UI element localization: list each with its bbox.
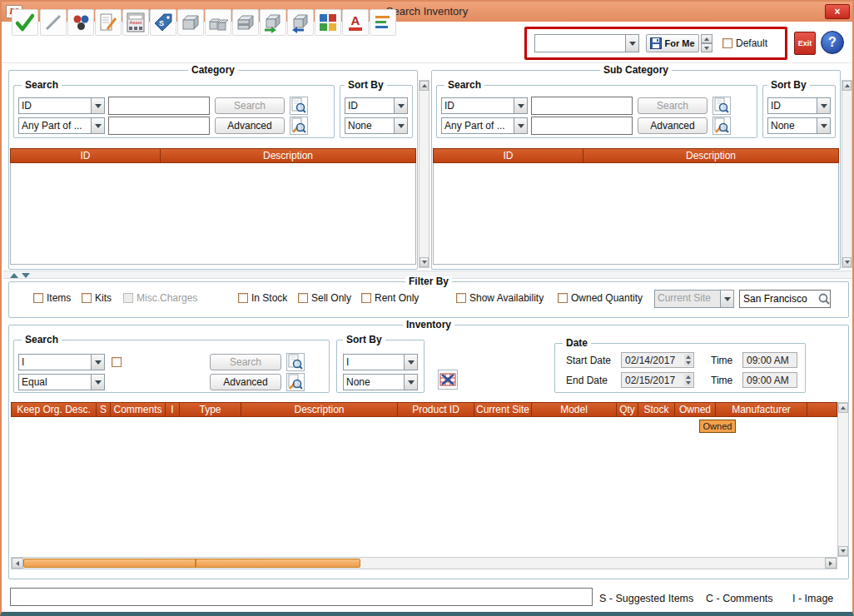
category-search-button[interactable]: Search	[215, 97, 285, 114]
inventory-search-field-combo[interactable]: I	[18, 354, 105, 370]
exit-button[interactable]: Exit	[794, 32, 816, 55]
chevron-down-icon[interactable]	[394, 118, 407, 133]
category-search-mode-combo[interactable]: Any Part of ...	[18, 117, 105, 134]
help-button[interactable]: ?	[821, 31, 844, 54]
subcategory-advanced-find-button[interactable]	[712, 117, 731, 135]
chevron-down-icon[interactable]	[91, 98, 104, 113]
column-header[interactable]: Current Site	[474, 403, 532, 416]
rent-only-checkbox[interactable]	[361, 293, 371, 303]
category-table-header[interactable]: ID Description	[10, 148, 416, 163]
category-sort2-combo[interactable]: None	[345, 117, 408, 134]
package-out-button[interactable]	[260, 9, 286, 36]
category-vscrollbar[interactable]	[419, 80, 429, 268]
confirm-button[interactable]	[12, 9, 38, 36]
kit-button[interactable]	[205, 9, 231, 36]
subcategory-search-input[interactable]	[531, 97, 633, 115]
container-button[interactable]	[232, 9, 259, 36]
inventory-search-button[interactable]: Search	[210, 354, 281, 370]
inventory-sort2-combo[interactable]: None	[343, 374, 418, 390]
kits-checkbox[interactable]	[82, 293, 92, 303]
default-checkbox[interactable]	[722, 38, 732, 48]
font-color-button[interactable]: A	[342, 9, 369, 36]
chevron-down-icon[interactable]	[91, 355, 104, 370]
scroll-down-icon[interactable]	[838, 546, 848, 556]
category-advanced-button[interactable]: Advanced	[215, 117, 285, 134]
grid-settings-button[interactable]	[438, 370, 458, 390]
package-button[interactable]	[177, 9, 204, 36]
column-header[interactable]: Type	[180, 403, 241, 416]
category-table-body[interactable]	[10, 163, 416, 265]
hscroll-thumb[interactable]	[23, 559, 360, 568]
subcategory-sort1-combo[interactable]: ID	[767, 97, 831, 114]
sell-only-checkbox[interactable]	[298, 293, 308, 303]
end-date-field[interactable]: 02/15/2017	[621, 372, 694, 388]
column-header[interactable]: Comments	[111, 403, 166, 416]
scroll-up-icon[interactable]	[838, 403, 848, 413]
date-spinner[interactable]	[684, 354, 693, 366]
column-header[interactable]: Stock	[638, 403, 675, 416]
inventory-advanced-button[interactable]: Advanced	[210, 374, 281, 390]
scroll-left-icon[interactable]	[12, 558, 23, 569]
scroll-up-icon[interactable]	[420, 81, 429, 91]
edit-note-button[interactable]	[95, 9, 122, 36]
search-option-checkbox[interactable]	[112, 357, 122, 367]
chevron-down-icon[interactable]	[625, 35, 638, 52]
end-time-field[interactable]: 09:00 AM	[742, 372, 797, 388]
asset-calculator-button[interactable]: Asset	[122, 9, 149, 36]
inventory-vscrollbar[interactable]	[837, 402, 849, 557]
scroll-down-icon[interactable]	[842, 257, 852, 267]
items-checkbox[interactable]	[33, 293, 43, 303]
subcategory-search-field-combo[interactable]: ID	[441, 97, 528, 114]
subcategory-table-header[interactable]: ID Description	[433, 148, 839, 163]
column-header[interactable]: I	[166, 403, 180, 416]
column-header[interactable]: ID	[11, 149, 161, 162]
owned-quantity-checkbox[interactable]	[558, 293, 568, 303]
chevron-down-icon[interactable]	[404, 375, 417, 390]
in-stock-checkbox[interactable]	[238, 293, 248, 303]
scroll-right-icon[interactable]	[825, 558, 837, 569]
column-header[interactable]: ID	[434, 149, 583, 162]
inventory-search-operator-combo[interactable]: Equal	[18, 374, 105, 390]
profile-combo[interactable]	[534, 34, 639, 52]
chevron-down-icon[interactable]	[394, 98, 407, 113]
show-availability-checkbox[interactable]	[456, 293, 466, 303]
column-header[interactable]: S	[97, 403, 111, 416]
splitter-collapse-up-icon[interactable]	[10, 273, 18, 278]
inventory-search-find-button[interactable]	[286, 353, 305, 371]
scroll-up-icon[interactable]	[842, 81, 852, 91]
chevron-down-icon[interactable]	[91, 118, 104, 133]
column-header[interactable]: Owned	[675, 403, 716, 416]
options-button[interactable]	[67, 9, 94, 36]
category-search-input2[interactable]	[108, 117, 210, 135]
category-advanced-find-button[interactable]	[290, 117, 308, 135]
column-header[interactable]: Product ID	[398, 403, 474, 416]
splitter-collapse-down-icon[interactable]	[22, 273, 30, 278]
site-search-magnifier-icon[interactable]	[817, 292, 831, 306]
package-in-button[interactable]	[287, 9, 314, 36]
column-header[interactable]: Model	[532, 403, 617, 416]
footer-note-input[interactable]	[10, 588, 593, 606]
subcategory-advanced-button[interactable]: Advanced	[638, 117, 708, 134]
date-spinner[interactable]	[684, 374, 693, 386]
color-grid-button[interactable]	[315, 9, 341, 36]
column-header[interactable]: Description	[583, 149, 838, 162]
inventory-advanced-find-button[interactable]	[286, 373, 305, 391]
column-header[interactable]: Description	[241, 403, 398, 416]
inventory-sort1-combo[interactable]: I	[343, 354, 418, 370]
column-header[interactable]: Qty	[617, 403, 638, 416]
column-header[interactable]: Manufacturer	[716, 403, 807, 416]
subcategory-search-mode-combo[interactable]: Any Part of ...	[441, 117, 528, 134]
start-date-field[interactable]: 02/14/2017	[621, 352, 694, 368]
chevron-down-icon[interactable]	[817, 98, 830, 113]
subcategory-search-find-button[interactable]	[712, 97, 731, 115]
for-me-button[interactable]: For Me	[646, 34, 699, 52]
chevron-down-icon[interactable]	[91, 375, 104, 390]
subcategory-search-button[interactable]: Search	[638, 97, 708, 114]
inventory-table-body[interactable]	[11, 417, 837, 556]
subcategory-vscrollbar[interactable]	[842, 80, 852, 268]
start-time-field[interactable]: 09:00 AM	[742, 352, 797, 368]
category-search-field-combo[interactable]: ID	[18, 97, 105, 114]
chevron-down-icon[interactable]	[404, 355, 417, 370]
subcategory-search-input2[interactable]	[531, 117, 633, 135]
subcategory-table-body[interactable]	[433, 163, 839, 265]
